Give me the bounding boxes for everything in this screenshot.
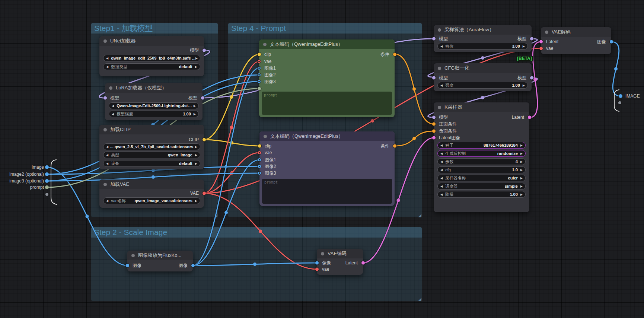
collapse-dot[interactable]: [263, 43, 267, 46]
combo-right-icon[interactable]: ▶: [520, 177, 523, 180]
combo-left-icon[interactable]: ◀: [112, 104, 114, 108]
widget-strength[interactable]: ◀ 强度 1.00 ▶: [437, 82, 528, 89]
output-port-model[interactable]: [530, 76, 533, 80]
widget-vae-name[interactable]: ◀ vae名称 qwen_image_vae.safetensors ▶: [103, 197, 200, 204]
widget-seed[interactable]: ◀ 种子 887617466189184 ▶: [437, 142, 526, 149]
node-load-vae[interactable]: 加载VAE VAE ◀ vae名称 qwen_image_vae.safeten…: [99, 179, 204, 208]
subgraph-input-port-image2[interactable]: [45, 172, 49, 176]
node-text-encode-negative[interactable]: 文本编码（QwenImageEditPlus） clip 条件 vae 图像1 …: [259, 131, 395, 206]
output-port-model[interactable]: [201, 96, 204, 100]
subgraph-input-port-empty[interactable]: [45, 193, 48, 196]
node-text-encode-positive[interactable]: 文本编码（QwenImageEditPlus） clip 条件 vae 图像1 …: [259, 39, 395, 117]
combo-right-icon[interactable]: ▶: [520, 185, 523, 188]
combo-right-icon[interactable]: ▶: [195, 145, 197, 149]
combo-left-icon[interactable]: ◀: [440, 193, 443, 196]
collapse-dot[interactable]: [131, 254, 135, 257]
input-port-image2[interactable]: [258, 73, 261, 76]
input-port-vae[interactable]: [315, 268, 319, 271]
widget-control-after-generate[interactable]: ◀ 生成后控制 randomize ▶: [437, 150, 526, 157]
combo-right-icon[interactable]: ▶: [520, 193, 523, 196]
node-lora-loader[interactable]: LoRA加载器（仅模型） 模型 模型 ◀ Qwen-Image-Edit-250…: [105, 83, 203, 120]
input-port-prompt[interactable]: [258, 87, 261, 90]
combo-left-icon[interactable]: ◀: [106, 153, 108, 157]
combo-right-icon[interactable]: ▶: [194, 112, 196, 116]
collapse-dot[interactable]: [109, 86, 112, 90]
combo-left-icon[interactable]: ◀: [440, 84, 443, 87]
combo-left-icon[interactable]: ◀: [440, 160, 443, 163]
widget-lora-name[interactable]: ◀ Qwen-Image-Edit-2509-Lightning-4st… ▶: [109, 102, 199, 109]
widget-clip-name[interactable]: ◀ ... qwen_2.5_vl_7b_fp8_scaled.safetens…: [103, 143, 200, 150]
combo-right-icon[interactable]: ▶: [520, 168, 523, 172]
node-load-clip[interactable]: 加载CLIP CLIP ◀ ... qwen_2.5_vl_7b_fp8_sca…: [99, 125, 204, 169]
combo-right-icon[interactable]: ▶: [195, 65, 197, 69]
collapse-dot[interactable]: [264, 135, 267, 138]
output-port-image[interactable]: [191, 264, 195, 267]
input-port-image[interactable]: [126, 264, 129, 267]
output-port-clip[interactable]: [203, 138, 206, 141]
input-port-model[interactable]: [432, 76, 436, 80]
combo-left-icon[interactable]: ◀: [106, 65, 108, 69]
node-ksampler[interactable]: K采样器 模型 Latent 正面条件 负面条件 Latent图像 ◀ 种子 8…: [434, 102, 529, 212]
collapse-dot[interactable]: [438, 106, 441, 109]
combo-left-icon[interactable]: ◀: [440, 152, 443, 155]
input-port-vae[interactable]: [258, 60, 261, 63]
combo-right-icon[interactable]: ▶: [195, 153, 197, 157]
widget-scheduler[interactable]: ◀ 调度器 simple ▶: [437, 183, 526, 190]
output-port-conditioning[interactable]: [393, 53, 396, 56]
collapse-dot[interactable]: [103, 128, 107, 131]
combo-right-icon[interactable]: ▶: [195, 199, 197, 203]
input-port-image3[interactable]: [258, 80, 261, 83]
input-port-clip[interactable]: [258, 53, 261, 56]
combo-left-icon[interactable]: ◀: [440, 45, 443, 48]
widget-clip-type[interactable]: ◀ 类型 qwen_image ▶: [103, 152, 200, 158]
combo-right-icon[interactable]: ▶: [520, 144, 523, 147]
output-port-model[interactable]: [203, 49, 206, 52]
prompt-textarea[interactable]: [262, 179, 392, 204]
combo-right-icon[interactable]: ▶: [194, 104, 196, 108]
combo-left-icon[interactable]: ◀: [440, 144, 443, 147]
combo-right-icon[interactable]: ▶: [195, 162, 197, 165]
input-port-model[interactable]: [103, 96, 107, 100]
subgraph-input-port-image3[interactable]: [45, 179, 49, 183]
input-port-image1[interactable]: [258, 67, 261, 70]
combo-right-icon[interactable]: ▶: [195, 57, 198, 60]
subgraph-output-port-image[interactable]: [619, 94, 622, 98]
combo-left-icon[interactable]: ◀: [440, 177, 443, 180]
collapse-dot[interactable]: [545, 31, 548, 34]
widget-clip-device[interactable]: ◀ 设备 default ▶: [103, 160, 200, 167]
input-port-model[interactable]: [432, 37, 436, 41]
output-port-vae[interactable]: [203, 192, 206, 195]
input-port-image3[interactable]: [258, 172, 261, 175]
combo-left-icon[interactable]: ◀: [112, 112, 114, 116]
widget-shift[interactable]: ◀ 移位 3.00 ▶: [437, 43, 528, 50]
input-port-negative[interactable]: [432, 130, 436, 133]
node-cfg-norm[interactable]: CFG归一化 模型 模型 ◀ 强度 1.00 ▶: [434, 63, 532, 91]
input-port-vae[interactable]: [258, 151, 261, 154]
input-port-image1[interactable]: [258, 158, 261, 161]
combo-right-icon[interactable]: ▶: [523, 45, 525, 48]
subgraph-input-port-image[interactable]: [45, 165, 49, 169]
input-port-latent[interactable]: [539, 40, 543, 44]
widget-unet-dtype[interactable]: ◀ 数据类型 default ▶: [103, 63, 200, 70]
subgraph-output-port-empty[interactable]: [618, 101, 621, 104]
widget-unet-name[interactable]: ◀ qwen_image_edit_2509_fp8_e4m3fn.safe .…: [103, 55, 200, 61]
widget-cfg[interactable]: ◀ cfg 1.0 ▶: [437, 166, 526, 173]
combo-right-icon[interactable]: ▶: [520, 152, 523, 155]
input-port-pixels[interactable]: [315, 261, 319, 265]
widget-denoise[interactable]: ◀ 降噪 1.00 ▶: [437, 191, 526, 198]
combo-left-icon[interactable]: ◀: [106, 162, 108, 165]
collapse-dot[interactable]: [103, 39, 107, 43]
node-image-scale[interactable]: 图像缩放为FluxKo... 图像 图像: [127, 251, 193, 271]
prompt-textarea[interactable]: [262, 92, 392, 115]
collapse-dot[interactable]: [103, 183, 107, 186]
output-port-image[interactable]: [610, 40, 613, 44]
combo-left-icon[interactable]: ◀: [106, 57, 108, 60]
node-vae-decode[interactable]: VAE解码 Latent 图像 vae: [541, 27, 611, 54]
node-model-sampling-auraflow[interactable]: 采样算法（AuraFlow） 模型 模型 ◀ 移位 3.00 ▶: [434, 25, 532, 52]
collapse-dot[interactable]: [321, 252, 324, 255]
combo-left-icon[interactable]: ◀: [106, 199, 108, 203]
input-port-image2[interactable]: [258, 165, 261, 168]
widget-lora-strength[interactable]: ◀ 模型强度 1.00 ▶: [109, 111, 199, 117]
node-unet-loader[interactable]: UNet加载器 模型 ◀ qwen_image_edit_2509_fp8_e4…: [99, 36, 204, 76]
collapse-dot[interactable]: [438, 67, 441, 70]
